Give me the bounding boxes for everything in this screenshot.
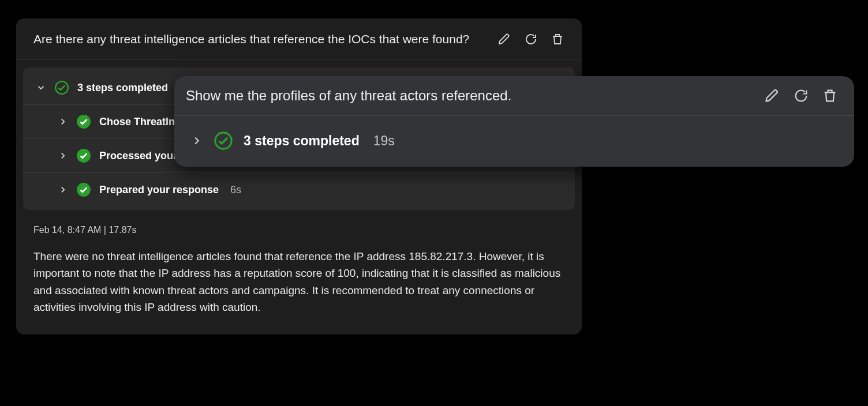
check-icon (76, 148, 91, 163)
chevron-right-icon (58, 116, 68, 127)
card2-header: Show me the profiles of any threat actor… (174, 76, 854, 116)
chevron-right-icon (58, 185, 68, 195)
steps-summary-label: 3 steps completed (77, 82, 168, 94)
card2-prompt-text: Show me the profiles of any threat actor… (186, 88, 511, 104)
card1-actions (497, 32, 564, 46)
chevron-right-icon (58, 151, 68, 161)
card1-meta: Feb 14, 8:47 AM | 17.87s (16, 210, 582, 241)
delete-icon[interactable] (551, 32, 564, 46)
step-time: 6s (230, 184, 241, 196)
card1-body: There were no threat intelligence articl… (16, 241, 582, 321)
chevron-right-icon (190, 134, 203, 147)
steps-summary-label: 3 steps completed (244, 133, 360, 149)
card2-steps-summary[interactable]: 3 steps completed 19s (174, 116, 854, 167)
refresh-icon[interactable] (524, 32, 538, 46)
check-icon (76, 182, 91, 197)
prompt-card-1: Are there any threat intelligence articl… (16, 18, 582, 334)
check-icon (214, 131, 233, 151)
card1-header: Are there any threat intelligence articl… (16, 18, 582, 59)
edit-icon[interactable] (497, 32, 511, 46)
card1-prompt-text: Are there any threat intelligence articl… (33, 32, 469, 46)
check-icon (54, 80, 69, 95)
check-icon (76, 114, 91, 129)
steps-summary-time: 19s (373, 133, 395, 149)
delete-icon[interactable] (822, 88, 838, 104)
step-label: Prepared your response (99, 184, 219, 196)
refresh-icon[interactable] (793, 88, 809, 104)
chevron-down-icon (36, 82, 46, 93)
edit-icon[interactable] (764, 88, 780, 104)
prompt-card-2: Show me the profiles of any threat actor… (174, 76, 854, 167)
card1-step-3[interactable]: Prepared your response 6s (23, 173, 575, 206)
stage: Are there any threat intelligence articl… (0, 0, 868, 406)
card2-actions (764, 88, 838, 104)
